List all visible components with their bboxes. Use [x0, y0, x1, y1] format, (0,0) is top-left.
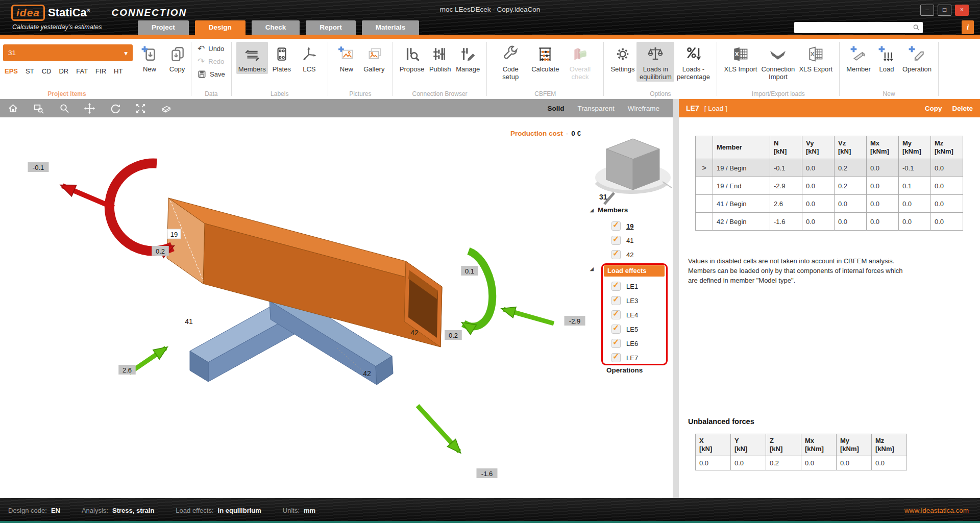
table-row[interactable]: 0.00.00.20.00.00.0: [696, 456, 907, 470]
load-effects-label[interactable]: Load effects: [604, 265, 665, 277]
tree-member-42[interactable]: 42: [611, 250, 633, 260]
tab-project[interactable]: Project: [138, 20, 189, 35]
selected-row-chevron-icon[interactable]: >: [696, 159, 713, 177]
loads-in-equilibrium-button[interactable]: Loads in equilibrium: [636, 42, 674, 82]
member-cell[interactable]: 19 / End: [713, 177, 770, 195]
gallery-button[interactable]: Gallery: [360, 42, 388, 74]
redo-button[interactable]: ↷Redo: [198, 56, 224, 67]
value-cell[interactable]: -0.1: [899, 159, 931, 177]
settings-button[interactable]: Settings: [608, 42, 636, 74]
load-button[interactable]: Load: [873, 42, 900, 74]
column-header-member[interactable]: Member: [713, 136, 770, 159]
rotate-tool[interactable]: [109, 103, 121, 114]
plates-button[interactable]: Plates: [268, 42, 296, 74]
info-button[interactable]: i: [962, 20, 974, 34]
overall-check-button[interactable]: Overall check: [561, 42, 599, 82]
value-cell[interactable]: 0.0: [802, 177, 835, 195]
value-cell[interactable]: 0.0: [835, 195, 867, 213]
column-header-my[interactable]: My[kNm]: [899, 136, 931, 159]
value-cell[interactable]: 0.0: [802, 159, 835, 177]
zoom-tool[interactable]: [58, 103, 70, 114]
checkbox-checked[interactable]: [611, 250, 621, 259]
value-cell[interactable]: 0.0: [872, 456, 907, 470]
tree-load-effect-le5[interactable]: LE5: [611, 324, 638, 334]
column-header-mz[interactable]: Mz[kNm]: [872, 434, 907, 456]
value-cell[interactable]: 0.0: [867, 213, 899, 231]
tab-materials[interactable]: Materials: [362, 20, 420, 35]
project-item-dropdown[interactable]: 31 ▾: [3, 44, 133, 61]
tree-load-effect-le4[interactable]: LE4: [611, 310, 638, 320]
filter-ht[interactable]: HT: [114, 67, 122, 75]
column-header-z[interactable]: Z[kN]: [766, 434, 801, 456]
collapse-triangle-icon[interactable]: ◢: [590, 266, 594, 271]
view-mode-solid[interactable]: Solid: [547, 105, 564, 112]
column-header-my[interactable]: My[kNm]: [837, 434, 872, 456]
checkbox-checked[interactable]: [611, 296, 621, 305]
close-button[interactable]: ×: [955, 5, 969, 16]
tab-report[interactable]: Report: [306, 20, 356, 35]
checkbox-checked[interactable]: [611, 236, 621, 245]
tree-node-operations[interactable]: Operations: [606, 366, 643, 374]
column-header-x[interactable]: X[kN]: [696, 434, 731, 456]
table-row[interactable]: 41 / Begin2.60.00.00.00.00.0: [696, 195, 963, 213]
website-link[interactable]: www.ideastatica.com: [904, 507, 969, 514]
new-project-item-button[interactable]: New: [136, 42, 163, 74]
checkbox-checked[interactable]: [611, 221, 621, 231]
connection-import-button[interactable]: Connection Import: [759, 42, 797, 82]
moment-arrow-green[interactable]: [463, 251, 493, 327]
checkbox-checked[interactable]: [611, 282, 621, 291]
table-row[interactable]: 42 / Begin-1.60.00.00.00.00.0: [696, 213, 963, 231]
value-cell[interactable]: 0.0: [837, 456, 872, 470]
column-header-mz[interactable]: Mz[kNm]: [931, 136, 963, 159]
code-setup-button[interactable]: Code setup: [492, 42, 529, 82]
value-cell[interactable]: 0.0: [731, 456, 766, 470]
checkbox-checked[interactable]: [611, 353, 621, 362]
value-cell[interactable]: 0.0: [867, 195, 899, 213]
zoom-window-tool[interactable]: [33, 103, 44, 114]
value-cell[interactable]: 0.0: [867, 159, 899, 177]
value-cell[interactable]: 0.0: [801, 456, 837, 470]
filter-cd[interactable]: CD: [42, 67, 52, 75]
tree-member-41[interactable]: 41: [611, 235, 633, 245]
row-handle[interactable]: [696, 195, 713, 213]
row-handle[interactable]: [696, 177, 713, 195]
collapse-triangle-icon[interactable]: ◢: [590, 208, 594, 213]
checkbox-checked[interactable]: [611, 325, 621, 334]
filter-dr[interactable]: DR: [59, 67, 68, 75]
column-header-mx[interactable]: Mx[kNm]: [801, 434, 837, 456]
value-cell[interactable]: 0.0: [696, 456, 731, 470]
tree-load-effect-le6[interactable]: LE6: [611, 338, 638, 348]
copy-project-item-button[interactable]: Copy: [163, 42, 191, 74]
value-cell[interactable]: 0.0: [931, 213, 963, 231]
viewport-3d[interactable]: -0.10.20.10.2-2.92.6-1.619414242 Product…: [0, 117, 673, 498]
value-cell[interactable]: 0.0: [899, 195, 931, 213]
value-cell[interactable]: -2.9: [770, 177, 802, 195]
save-button[interactable]: Save: [198, 68, 225, 80]
undo-button[interactable]: ↶Undo: [198, 43, 224, 54]
tree-project-item[interactable]: 31: [599, 193, 607, 201]
value-cell[interactable]: 0.1: [899, 177, 931, 195]
value-cell[interactable]: 0.0: [931, 177, 963, 195]
manage-button[interactable]: Manage: [454, 42, 482, 74]
view-mode-wireframe[interactable]: Wireframe: [628, 105, 659, 112]
panel-divider[interactable]: [673, 99, 679, 498]
tree-load-effect-le1[interactable]: LE1: [611, 281, 638, 291]
value-cell[interactable]: 0.0: [802, 213, 835, 231]
home-tool[interactable]: [7, 103, 19, 114]
checkbox-checked[interactable]: [611, 339, 621, 348]
column-header-n[interactable]: N[kN]: [770, 136, 802, 159]
pan-tool[interactable]: [84, 103, 95, 114]
value-cell[interactable]: -0.1: [770, 159, 802, 177]
tree-member-19[interactable]: 19: [611, 221, 633, 231]
column-header-mx[interactable]: Mx[kNm]: [867, 136, 899, 159]
table-row[interactable]: 19 / End-2.90.00.20.00.10.0: [696, 177, 963, 195]
value-cell[interactable]: 0.2: [766, 456, 801, 470]
filter-eps[interactable]: EPS: [5, 67, 18, 75]
publish-button[interactable]: Publish: [426, 42, 454, 74]
value-cell[interactable]: 0.0: [931, 195, 963, 213]
member-cell[interactable]: 42 / Begin: [713, 213, 770, 231]
value-cell[interactable]: 0.0: [931, 159, 963, 177]
operation-button[interactable]: Operation: [900, 42, 934, 74]
member-button[interactable]: Member: [844, 42, 873, 74]
tree-node-members[interactable]: ◢ Members: [590, 206, 628, 214]
